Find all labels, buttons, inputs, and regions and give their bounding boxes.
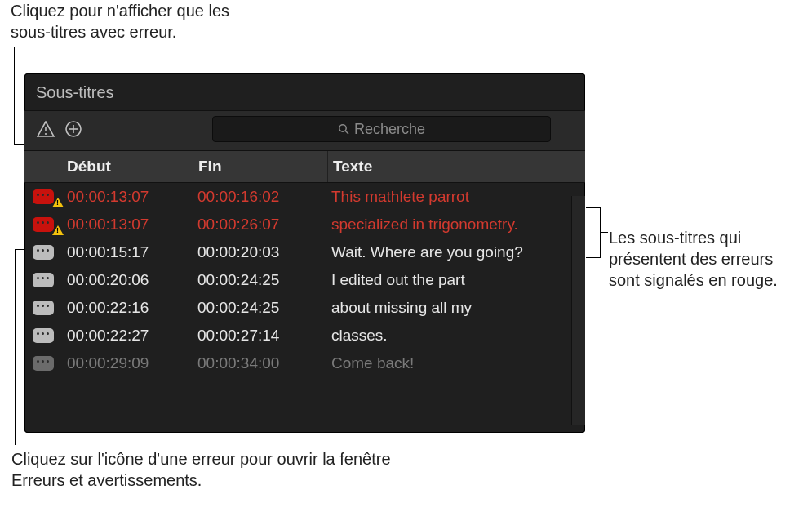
caption-end-time: 00:00:16:02 xyxy=(193,188,326,206)
svg-line-6 xyxy=(345,131,348,134)
add-caption-button[interactable] xyxy=(62,118,85,140)
col-header-end[interactable]: Fin xyxy=(193,151,328,182)
annotation-bottom: Cliquez sur l'icône d'une erreur pour ou… xyxy=(11,448,419,491)
caption-bubble-icon xyxy=(33,217,54,232)
caption-end-time: 00:00:34:00 xyxy=(193,354,326,372)
callout-line xyxy=(600,232,608,233)
plus-circle-icon xyxy=(64,120,82,138)
caption-text: This mathlete parrot xyxy=(326,188,585,206)
caption-bubble-icon xyxy=(33,301,54,315)
caption-bubble-icon xyxy=(33,273,54,287)
captions-panel: Sous-titres Recherche Déb xyxy=(24,73,585,433)
table-row[interactable]: 00:00:15:1700:00:20:03Wait. Where are yo… xyxy=(24,238,585,266)
table-row[interactable]: 00:00:22:2700:00:27:14classes. xyxy=(24,322,585,350)
caption-end-time: 00:00:24:25 xyxy=(193,271,326,289)
caption-status-icon xyxy=(24,273,62,287)
search-icon xyxy=(338,123,349,135)
caption-status-icon xyxy=(24,356,62,371)
caption-start-time: 00:00:13:07 xyxy=(62,216,193,234)
svg-point-1 xyxy=(45,133,47,135)
col-header-start[interactable]: Début xyxy=(62,151,193,182)
callout-line xyxy=(15,249,16,445)
caption-bubble-icon xyxy=(33,356,54,371)
table-row[interactable]: 00:00:13:0700:00:26:07specialized in tri… xyxy=(24,211,585,238)
table-row[interactable]: 00:00:20:0600:00:24:25I edited out the p… xyxy=(24,266,585,294)
table-row[interactable]: 00:00:29:0900:00:34:00Come back! xyxy=(24,350,585,377)
warning-triangle-icon xyxy=(37,121,55,137)
caption-status-icon xyxy=(24,301,62,315)
caption-status-icon xyxy=(24,328,62,343)
caption-start-time: 00:00:22:27 xyxy=(62,327,193,345)
caption-end-time: 00:00:27:14 xyxy=(193,327,326,345)
caption-start-time: 00:00:13:07 xyxy=(62,188,193,206)
caption-start-time: 00:00:20:06 xyxy=(62,271,193,289)
caption-status-icon xyxy=(24,245,62,260)
caption-text: classes. xyxy=(326,327,585,345)
caption-status-icon[interactable] xyxy=(24,217,62,232)
warning-badge-icon xyxy=(52,198,64,207)
warning-badge-icon xyxy=(52,225,64,235)
callout-line xyxy=(14,47,15,144)
caption-text: about missing all my xyxy=(326,299,585,317)
annotation-top: Cliquez pour n'afficher que les sous-tit… xyxy=(11,0,272,42)
toolbar: Recherche xyxy=(24,110,585,151)
caption-start-time: 00:00:22:16 xyxy=(62,299,193,317)
caption-text: Come back! xyxy=(326,354,585,372)
caption-start-time: 00:00:29:09 xyxy=(62,354,193,372)
filter-errors-button[interactable] xyxy=(34,118,57,140)
scrollbar-track[interactable] xyxy=(571,196,585,425)
caption-text: I edited out the part xyxy=(326,271,585,289)
table-row[interactable]: 00:00:22:1600:00:24:25about missing all … xyxy=(24,294,585,322)
table-row[interactable]: 00:00:13:0700:00:16:02This mathlete parr… xyxy=(24,183,585,211)
caption-status-icon[interactable] xyxy=(24,189,62,204)
caption-end-time: 00:00:24:25 xyxy=(193,299,326,317)
annotation-right: Les sous-titres qui présentent des erreu… xyxy=(609,227,805,291)
search-input[interactable]: Recherche xyxy=(212,116,551,142)
caption-end-time: 00:00:26:07 xyxy=(193,216,326,234)
caption-text: Wait. Where are you going? xyxy=(326,243,585,261)
search-placeholder: Recherche xyxy=(354,121,425,138)
col-header-icon xyxy=(24,151,62,182)
caption-bubble-icon xyxy=(33,189,54,204)
caption-bubble-icon xyxy=(33,245,54,260)
caption-rows: 00:00:13:0700:00:16:02This mathlete parr… xyxy=(24,183,585,377)
caption-bubble-icon xyxy=(33,328,54,343)
svg-point-5 xyxy=(339,125,346,131)
col-header-text[interactable]: Texte xyxy=(328,151,585,182)
caption-end-time: 00:00:20:03 xyxy=(193,243,326,261)
caption-start-time: 00:00:15:17 xyxy=(62,243,193,261)
caption-text: specialized in trigonometry. xyxy=(326,216,585,234)
callout-bracket xyxy=(586,207,601,258)
panel-title: Sous-titres xyxy=(24,73,585,110)
table-header: Début Fin Texte xyxy=(24,151,585,183)
